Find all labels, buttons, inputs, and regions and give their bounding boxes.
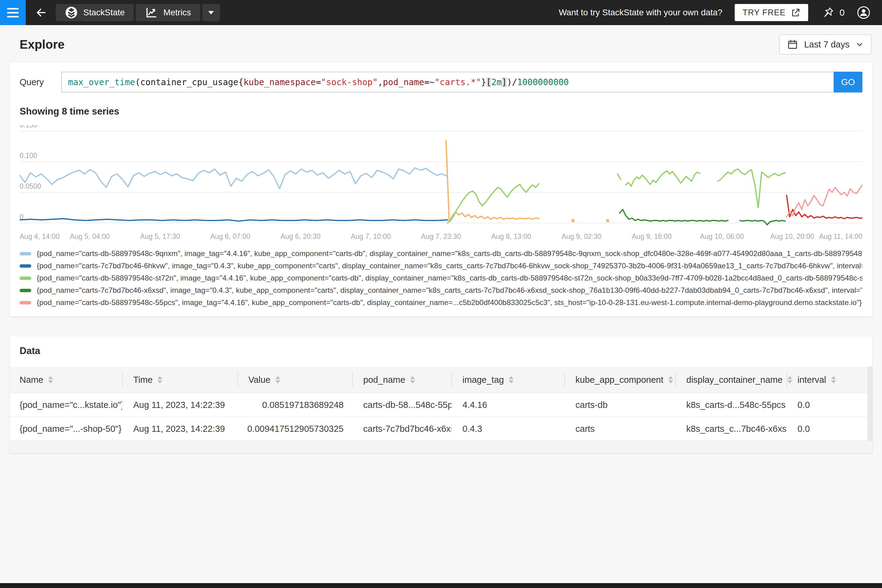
time-series-chart: 0.1500.1000.05000Aug 4, 14:00Aug 5, 04:0… xyxy=(20,125,862,242)
query-token: pod_name xyxy=(383,77,424,87)
external-link-icon xyxy=(791,8,800,17)
svg-text:Aug 11, 14:00: Aug 11, 14:00 xyxy=(819,232,862,240)
query-token: } xyxy=(481,77,486,87)
table-cell: Aug 11, 2023, 14:22:39 xyxy=(122,417,237,440)
table-horizontal-scrollbar[interactable] xyxy=(10,440,872,453)
svg-text:Aug 9, 02:30: Aug 9, 02:30 xyxy=(561,232,601,240)
svg-text:0.150: 0.150 xyxy=(20,125,38,129)
top-bar: StackState Metrics Want to try StackStat… xyxy=(0,0,882,25)
column-header-value[interactable]: Value xyxy=(237,367,352,393)
tab-options-caret-button[interactable] xyxy=(202,4,220,21)
avatar-button[interactable] xyxy=(856,5,871,20)
user-avatar-icon xyxy=(856,5,871,20)
query-token: "sock-shop" xyxy=(321,77,378,87)
footer-bar xyxy=(0,583,882,588)
svg-text:Aug 7, 10:00: Aug 7, 10:00 xyxy=(351,232,390,240)
legend-label: {pod_name="carts-db-588979548c-55pcs", i… xyxy=(37,298,862,307)
tab-metrics-label: Metrics xyxy=(163,8,191,18)
sort-icon xyxy=(48,376,53,383)
table-cell: 0.0 xyxy=(786,417,872,440)
sort-icon xyxy=(508,376,514,383)
query-token: ( xyxy=(135,77,140,87)
table-cell: {pod_name="...-shop-50"} xyxy=(10,417,122,440)
legend-item[interactable]: {pod_name="carts-db-588979548c-9qnxm", i… xyxy=(20,248,862,260)
sort-icon xyxy=(275,376,280,383)
hamburger-menu-button[interactable] xyxy=(0,0,26,25)
column-header-label: Name xyxy=(20,375,43,385)
svg-text:0.0500: 0.0500 xyxy=(20,182,41,190)
table-cell: k8s_carts_c...7bc46-x6xsd xyxy=(675,417,786,440)
tab-stackstate-label: StackState xyxy=(83,8,124,18)
legend-label: {pod_name="carts-db-588979548c-st72n", i… xyxy=(37,274,862,282)
tab-stackstate[interactable]: StackState xyxy=(56,4,134,21)
query-input[interactable]: max_over_time(container_cpu_usage{kube_n… xyxy=(61,72,834,93)
legend-swatch xyxy=(20,252,31,255)
legend-label: {pod_name="carts-db-588979548c-9qnxm", i… xyxy=(37,249,862,258)
legend-swatch xyxy=(20,289,31,292)
query-token: "carts.*" xyxy=(435,77,481,87)
column-header-pod-name[interactable]: pod_name xyxy=(352,367,452,393)
query-token: 1000000000 xyxy=(517,77,569,87)
query-token: =~ xyxy=(424,77,435,87)
chart-legend: {pod_name="carts-db-588979548c-9qnxm", i… xyxy=(20,248,862,309)
svg-text:0.100: 0.100 xyxy=(20,152,38,159)
query-token: , xyxy=(378,77,383,87)
pin-count: 0 xyxy=(839,8,844,18)
table-cell: 0.009417512905730325 xyxy=(237,417,352,440)
legend-item[interactable]: {pod_name="carts-db-588979548c-st72n", i… xyxy=(20,272,862,284)
column-header-display-container-name[interactable]: display_container_name xyxy=(675,367,786,393)
pin-button[interactable]: 0 xyxy=(822,6,844,19)
tab-metrics[interactable]: Metrics xyxy=(136,4,200,21)
column-header-label: Value xyxy=(248,375,270,385)
table-cell: carts-db xyxy=(564,393,675,417)
column-header-time[interactable]: Time xyxy=(122,367,237,393)
svg-text:Aug 4, 14:00: Aug 4, 14:00 xyxy=(20,232,59,240)
legend-label: {pod_name="carts-7c7bd7bc46-x6xsd", imag… xyxy=(37,286,862,295)
legend-item[interactable]: {pod_name="carts-7c7bd7bc46-6hkvw", imag… xyxy=(20,260,862,272)
svg-text:Aug 8, 13:00: Aug 8, 13:00 xyxy=(491,232,531,240)
table-cell: 0.085197183689248 xyxy=(237,393,352,417)
table-row: {pod_name="...-shop-50"}Aug 11, 2023, 14… xyxy=(10,417,872,440)
legend-label: {pod_name="carts-7c7bd7bc46-6hkvw", imag… xyxy=(37,261,862,270)
query-token: max_over_time xyxy=(68,77,135,87)
hamburger-icon xyxy=(7,8,19,9)
data-title: Data xyxy=(10,336,872,367)
svg-text:Aug 6, 20:30: Aug 6, 20:30 xyxy=(280,232,320,240)
svg-text:Aug 5, 17:30: Aug 5, 17:30 xyxy=(140,232,180,240)
column-header-label: interval xyxy=(798,375,826,385)
svg-text:Aug 9, 16:00: Aug 9, 16:00 xyxy=(632,232,672,240)
query-token: [ xyxy=(486,77,492,87)
column-header-kube-app-component[interactable]: kube_app_component xyxy=(564,367,675,393)
back-button[interactable] xyxy=(35,6,47,19)
pin-icon xyxy=(822,6,834,19)
table-cell: 0.4.3 xyxy=(452,417,564,440)
time-range-button[interactable]: Last 7 days xyxy=(779,34,872,54)
column-header-image-tag[interactable]: image_tag xyxy=(452,367,564,393)
table-row: {pod_name="c...kstate.io"}Aug 11, 2023, … xyxy=(10,393,872,417)
query-token: ) xyxy=(507,77,512,87)
sort-icon xyxy=(158,376,162,383)
svg-text:Aug 6, 07:00: Aug 6, 07:00 xyxy=(210,232,250,240)
column-header-label: pod_name xyxy=(363,375,405,385)
try-free-button[interactable]: TRY FREE xyxy=(735,4,808,21)
table-cell: 0.0 xyxy=(786,393,872,417)
query-label: Query xyxy=(20,77,51,87)
legend-swatch xyxy=(20,264,31,268)
try-free-label: TRY FREE xyxy=(742,8,786,18)
legend-item[interactable]: {pod_name="carts-7c7bd7bc46-x6xsd", imag… xyxy=(20,284,862,297)
column-header-name[interactable]: Name xyxy=(10,367,122,393)
query-token: / xyxy=(512,77,517,87)
query-token: ] xyxy=(502,77,507,87)
go-button[interactable]: GO xyxy=(834,72,862,93)
table-vertical-scrollbar[interactable] xyxy=(867,366,872,441)
svg-text:Aug 5, 04:00: Aug 5, 04:00 xyxy=(70,232,110,240)
column-header-label: Time xyxy=(133,375,153,385)
svg-text:Aug 10, 20:00: Aug 10, 20:00 xyxy=(770,232,814,240)
column-header-interval[interactable]: interval xyxy=(786,367,872,393)
table-body: {pod_name="c...kstate.io"}Aug 11, 2023, … xyxy=(10,393,872,440)
table-cell: Aug 11, 2023, 14:22:39 xyxy=(122,393,237,417)
query-token: { xyxy=(238,77,243,87)
legend-item[interactable]: {pod_name="carts-db-588979548c-55pcs", i… xyxy=(20,297,862,309)
query-token: = xyxy=(316,77,321,87)
caret-down-icon xyxy=(208,11,214,14)
